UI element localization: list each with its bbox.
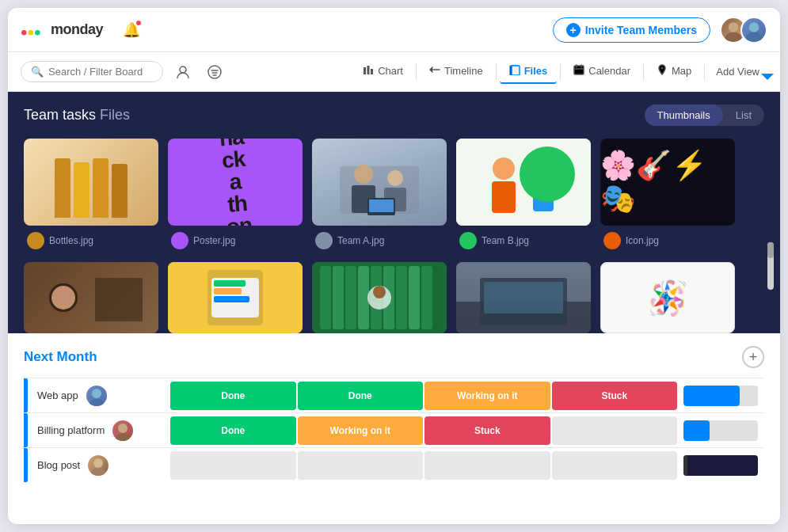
status-empty-blog-3[interactable] <box>424 451 550 480</box>
file-avatar-bottles <box>27 232 44 249</box>
monday-logo-icon <box>21 21 46 39</box>
tab-files[interactable]: Files <box>500 59 558 84</box>
notification-button[interactable]: 🔔 <box>119 17 144 43</box>
svg-rect-14 <box>574 66 584 74</box>
file-item-pinata[interactable]: 🪅 <box>600 262 735 333</box>
file-item-office[interactable] <box>456 262 591 333</box>
divider2 <box>496 64 497 80</box>
svg-rect-30 <box>95 278 143 321</box>
toolbar: 🔍 Chart Timeline <box>8 52 780 92</box>
file-thumb-team-b <box>456 139 591 226</box>
avatar-user2[interactable] <box>740 17 767 44</box>
svg-point-56 <box>116 434 130 441</box>
file-item-icon[interactable]: 🌸🎸⚡🎭 Icon.jpg <box>600 139 735 249</box>
person-icon-button[interactable] <box>171 60 195 84</box>
poster-text: hackathon <box>218 139 253 226</box>
file-avatar-team-a <box>315 232 333 249</box>
expand-icon[interactable]: ⤢ <box>110 204 120 219</box>
file-avatar-icon <box>603 232 621 249</box>
svg-rect-24 <box>492 181 516 213</box>
files-grid-row1: ⬇ 💬 ⤢ Bottles.jpg hackathon <box>24 139 764 259</box>
svg-point-4 <box>725 32 741 43</box>
status-working-1[interactable]: Working on it <box>424 382 550 410</box>
svg-rect-40 <box>345 266 356 329</box>
svg-rect-13 <box>512 66 520 75</box>
tab-chart[interactable]: Chart <box>353 59 413 84</box>
download-icon[interactable]: ⬇ <box>62 204 72 219</box>
task-avatar-blog <box>88 455 108 476</box>
tab-calendar[interactable]: Calendar <box>564 59 640 84</box>
status-stuck-billing[interactable]: Stuck <box>424 416 550 445</box>
svg-point-29 <box>51 286 75 310</box>
svg-rect-46 <box>421 266 432 329</box>
svg-rect-52 <box>484 282 563 314</box>
file-name-team-b: Team B.jpg <box>482 235 529 246</box>
svg-point-6 <box>745 32 762 43</box>
filter-icon-button[interactable] <box>203 60 227 84</box>
svg-rect-36 <box>214 296 249 302</box>
status-empty-blog-4[interactable] <box>552 451 678 480</box>
divider5 <box>704 64 705 80</box>
files-header: Team tasks Files Thumbnails List <box>24 104 764 126</box>
comment-icon[interactable]: 💬 <box>83 204 99 219</box>
status-stuck-1[interactable]: Stuck <box>552 382 678 410</box>
svg-point-23 <box>493 158 515 180</box>
file-thumb-icon: 🌸🎸⚡🎭 <box>600 139 735 226</box>
team-b-scene <box>456 139 591 226</box>
task-avatar-web <box>86 386 107 406</box>
files-icon <box>509 64 520 78</box>
section-title-next-month: Next Month <box>24 349 97 365</box>
tab-timeline-label: Timeline <box>444 65 483 77</box>
status-empty-blog-1[interactable] <box>170 451 296 480</box>
file-info-bottles: Bottles.jpg <box>24 232 158 249</box>
svg-rect-39 <box>333 266 344 329</box>
file-thumb-bottles: ⬇ 💬 ⤢ <box>24 139 158 226</box>
file-name-icon: Icon.jpg <box>626 235 659 246</box>
progress-bar-billing <box>683 420 758 441</box>
logo-text: monday <box>51 21 103 38</box>
status-empty-billing[interactable] <box>552 416 678 445</box>
tab-map[interactable]: Map <box>647 59 701 84</box>
table-row: Web app Done Done Working on it Stuck <box>24 378 764 412</box>
file-avatar-poster <box>171 232 188 249</box>
add-view-button[interactable]: Add View <box>708 61 767 82</box>
file-item-green[interactable] <box>312 262 447 333</box>
file-item-team-b[interactable]: Team B.jpg <box>456 139 591 249</box>
table-row: Billing platform Done Working on it Stuc… <box>24 412 764 447</box>
search-input[interactable] <box>48 66 151 78</box>
file-item-team-a[interactable]: Team A.jpg <box>312 139 447 249</box>
map-icon <box>657 64 668 78</box>
chart-icon <box>363 64 374 78</box>
search-box[interactable]: 🔍 <box>21 61 163 82</box>
file-item-bottles[interactable]: ⬇ 💬 ⤢ Bottles.jpg <box>24 139 158 249</box>
file-avatar-team-b <box>459 232 477 249</box>
toggle-list[interactable]: List <box>723 104 764 126</box>
files-title: Team tasks Files <box>24 107 130 124</box>
file-item-hands[interactable] <box>168 262 303 333</box>
toggle-thumbnails[interactable]: Thumbnails <box>645 104 723 126</box>
status-working-billing[interactable]: Working on it <box>298 416 424 445</box>
status-done-billing[interactable]: Done <box>170 416 296 445</box>
invite-team-button[interactable]: + Invite Team Members <box>553 17 710 43</box>
svg-rect-10 <box>367 66 370 74</box>
status-done-2[interactable]: Done <box>298 382 424 410</box>
table-row: Blog post <box>24 447 764 482</box>
status-done-1[interactable]: Done <box>170 382 296 410</box>
file-name-bottles: Bottles.jpg <box>49 235 93 246</box>
file-item-poster[interactable]: hackathon Poster.jpg <box>168 139 303 249</box>
status-empty-blog-2[interactable] <box>298 451 424 480</box>
task-name-web: Web app <box>37 390 78 401</box>
svg-rect-41 <box>358 266 369 329</box>
tab-files-label: Files <box>524 65 548 77</box>
status-cells-blog <box>170 451 677 480</box>
file-thumb-poster: hackathon <box>168 139 303 226</box>
file-item-cafe[interactable] <box>24 262 158 333</box>
view-toggle: Thumbnails List <box>645 104 764 126</box>
tab-calendar-label: Calendar <box>588 65 630 77</box>
tab-timeline[interactable]: Timeline <box>420 59 493 84</box>
divider3 <box>560 64 561 80</box>
add-item-button[interactable]: + <box>742 346 764 368</box>
svg-rect-35 <box>214 288 242 294</box>
task-name-cell-blog: Blog post <box>28 455 170 476</box>
svg-point-5 <box>749 22 759 32</box>
